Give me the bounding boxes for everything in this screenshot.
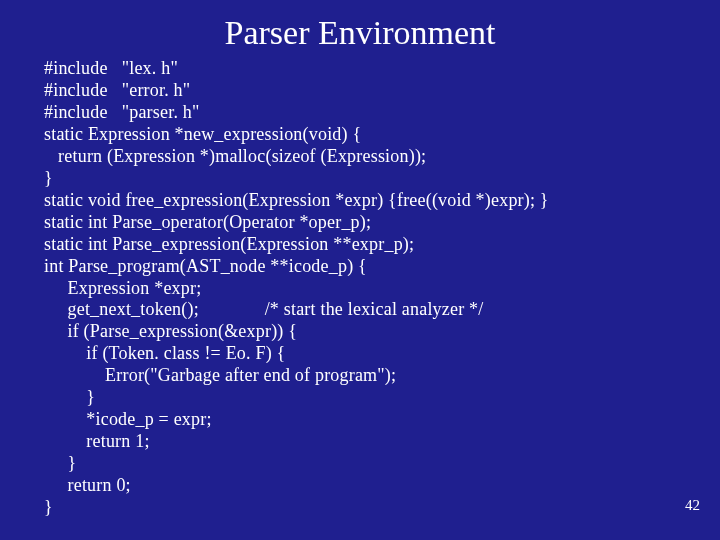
slide: Parser Environment #include "lex. h" #in… [0,0,720,540]
code-block: #include "lex. h" #include "error. h" #i… [0,58,720,519]
slide-title: Parser Environment [0,0,720,58]
page-number: 42 [685,497,700,514]
